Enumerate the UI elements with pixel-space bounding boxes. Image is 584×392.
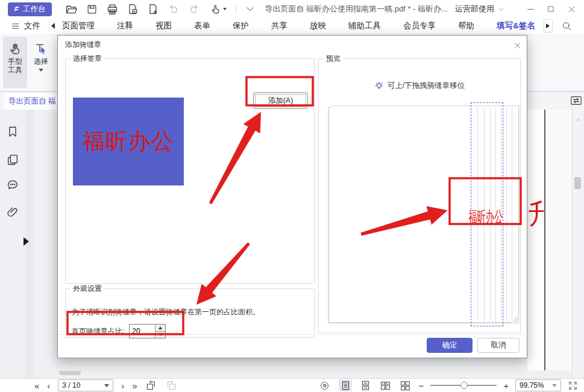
menu-item-present[interactable]: 放映 [310,20,326,31]
comments-panel-button[interactable] [6,179,19,192]
menu-item-file[interactable]: 文件 [11,20,40,31]
menu-item-help[interactable]: 帮助 [458,20,474,31]
menu-item-view[interactable]: 视图 [155,20,172,31]
toolbar-divider [236,5,236,14]
up-arrow-icon [159,326,162,329]
insert-page-button[interactable] [146,2,161,16]
redo-icon [188,3,200,15]
preview-group: 预览 可上/下拖拽骑缝章移位 福昕办公 [318,54,521,333]
horizontal-scrollbar-thumb[interactable] [59,371,81,375]
hamburger-icon [11,22,20,31]
undo-button[interactable] [166,2,181,16]
ratio-input[interactable] [130,325,155,338]
hand-tool-label-line1: 手型 [8,57,22,66]
continuous-view-button[interactable] [359,379,372,391]
search-button[interactable] [561,20,573,32]
page-extract-icon [127,3,139,15]
preview-tip-text: 可上/下拖拽骑缝章移位 [388,81,465,91]
maximize-button[interactable] [541,1,561,17]
zoom-slider[interactable] [430,381,497,390]
menu-item-comment[interactable]: 注释 [117,20,133,31]
print-button[interactable] [105,2,120,16]
workspace-button[interactable]: 工作台 [8,2,52,16]
previous-view-icon [145,379,157,391]
menu-item-form[interactable]: 表单 [194,20,210,31]
page-add-icon [147,3,159,15]
seal-preview-swatch[interactable]: 福昕办公 [73,98,184,185]
add-seal-button[interactable]: 添加(A) [253,92,308,109]
page-fan-line [506,108,507,322]
hand-tool-button[interactable]: 手型 工具 [3,37,27,88]
menu-item-fill-sign[interactable]: 填写&签名 [497,20,535,31]
dropdown-caret-icon [552,384,557,387]
zoom-in-button[interactable]: + [503,381,509,390]
zoom-out-button[interactable]: − [418,381,424,390]
select-tool-button[interactable]: 选择 [29,37,53,88]
zoom-level-value: 99.75% [520,381,544,390]
underlying-stamp-fragment: 刋 [529,200,544,228]
zoom-level-combo[interactable]: 99.75% [515,379,561,391]
menubar: 文件 页面管理 注释 视图 表单 保护 共享 放映 辅助工具 会员专享 帮助 填… [0,18,584,34]
ratio-spin-up-button[interactable] [155,325,165,331]
toolbar-chevron-button[interactable] [243,2,258,16]
close-window-button[interactable] [561,1,582,17]
continuous-pages-icon [360,381,371,391]
next-page-button[interactable]: › [121,381,124,390]
minimize-icon [526,5,535,14]
panel-swap-button[interactable] [570,94,583,107]
first-page-button[interactable]: « [34,381,39,390]
pdf-page-partial: 刋 [527,110,544,370]
menu-item-accessibility[interactable]: 辅助工具 [348,20,381,31]
panel-expand-handle[interactable] [24,237,29,246]
bookmark-icon [6,125,19,138]
left-triangle-icon [51,23,55,29]
hand-pointer-icon [210,4,221,15]
workspace-label: 工作台 [23,4,46,14]
footer-divider [58,334,528,335]
extract-page-button[interactable] [125,2,140,16]
zoom-slider-knob[interactable] [460,382,468,389]
page-number-combo[interactable]: 3 / 10 [58,379,113,391]
last-page-button[interactable]: » [132,381,137,390]
pages-panel-button[interactable] [6,153,19,166]
chevron-down-icon [245,4,256,14]
menu-item-share[interactable]: 共享 [271,20,287,31]
menu-overflow-button[interactable] [544,19,553,33]
dialog-title: 添加骑缝章 [65,40,101,50]
dialog-close-button[interactable] [511,39,523,51]
scrollbar-thumb[interactable] [574,177,581,189]
save-button[interactable] [84,2,99,16]
account-menu[interactable]: 运营部使用 [455,4,504,14]
menu-item-membership[interactable]: 会员专享 [403,20,436,31]
facing-continuous-view-button[interactable] [398,379,412,391]
ok-button[interactable]: 确定 [427,338,473,353]
bookmarks-panel-button[interactable] [6,125,19,138]
ribbon-collapse-arrow[interactable] [49,20,56,31]
cancel-button[interactable]: 取消 [477,338,520,353]
scroll-up-arrow[interactable] [575,117,582,123]
facing-view-button[interactable] [378,379,392,391]
chevron-down-icon [498,6,504,13]
paperclip-icon [6,206,19,219]
save-icon [86,4,98,15]
document-tab[interactable]: 导出页面自 福 [4,93,57,110]
previous-page-button[interactable]: ‹ [47,381,50,390]
printer-icon [106,3,119,16]
single-page-view-button[interactable] [339,379,352,391]
foxit-pdf-app: 工作台 导出页面自 福昕办公使用指南第一稿.pdf * - 福昕办... 运营部… [0,0,584,392]
vertical-scrollbar[interactable] [572,110,583,378]
close-icon [513,42,521,49]
redo-button[interactable] [187,2,202,16]
fullscreen-button[interactable] [568,381,578,391]
select-seal-group: 选择签章 添加(A) 福昕办公 [65,54,315,284]
menu-item-page-management[interactable]: 页面管理 [62,20,95,31]
attachments-panel-button[interactable] [6,206,19,219]
open-file-button[interactable] [64,2,79,16]
hand-tool-dropdown[interactable] [207,2,229,16]
previous-view-button[interactable] [145,379,157,391]
next-view-button[interactable] [165,379,177,391]
minimize-button[interactable] [520,1,541,17]
reading-mode-dropdown[interactable] [319,381,332,391]
single-page-icon [341,381,351,391]
menu-item-protect[interactable]: 保护 [233,20,249,31]
